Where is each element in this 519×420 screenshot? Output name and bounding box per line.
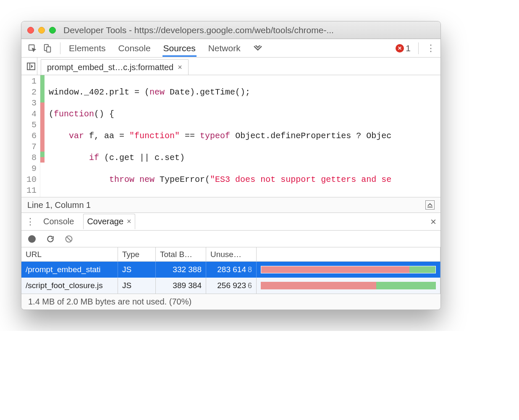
devtools-window: Developer Tools - https://developers.goo… [21,21,441,310]
settings-menu-icon[interactable]: ⋮ [426,43,435,54]
file-tab-label: prompt_embed_st…c.js:formatted [47,63,173,72]
coverage-usage-bar [257,262,440,278]
error-count-badge[interactable]: 1 [396,43,411,53]
close-drawer-tab-icon[interactable]: × [127,217,131,226]
tab-sources[interactable]: Sources [163,40,197,57]
separator [418,42,419,54]
coverage-table-body: /prompt_embed_statiJS332 388283 6148/scr… [21,262,440,294]
coverage-table-header: URL Type Total B… Unuse… [21,247,440,262]
header-total-bytes[interactable]: Total B… [156,247,206,261]
header-url[interactable]: URL [21,247,118,261]
svg-rect-2 [47,47,50,52]
error-icon [396,44,404,52]
coverage-total-bytes: 389 384 [156,278,206,294]
header-visualization [257,247,440,261]
code-editor[interactable]: 1 2 3 4 5 6 7 8 9 10 11 window._402.prlt… [21,75,440,197]
reload-icon[interactable] [46,234,55,244]
sources-file-tabs: prompt_embed_st…c.js:formatted × [21,58,440,75]
window-title: Developer Tools - https://developers.goo… [63,25,334,35]
line-gutter: 1 2 3 4 5 6 7 8 9 10 11 [21,75,40,197]
coverage-total-bytes: 332 388 [156,262,206,278]
error-count: 1 [406,43,411,53]
titlebar: Developer Tools - https://developers.goo… [21,21,440,39]
device-toolbar-icon[interactable] [42,43,52,53]
coverage-url: /script_foot_closure.js [21,278,118,294]
separator [60,42,60,54]
coverage-gutter [40,75,45,197]
drawer-tab-console[interactable]: Console [40,214,77,229]
coverage-toolbar [21,231,440,247]
coverage-type: JS [118,278,156,294]
coverage-row[interactable]: /prompt_embed_statiJS332 388283 6148 [21,262,440,278]
cursor-position: Line 1, Column 1 [27,200,91,210]
coverage-unused-bytes: 283 6148 [206,262,257,278]
coverage-type: JS [118,262,156,278]
close-window-button[interactable] [27,27,34,34]
coverage-summary: 1.4 MB of 2.0 MB bytes are not used. (70… [21,294,440,310]
maximize-window-button[interactable] [49,27,56,34]
header-type[interactable]: Type [118,247,156,261]
minimize-window-button[interactable] [38,27,45,34]
record-icon[interactable] [27,234,37,244]
close-tab-icon[interactable]: × [178,63,182,72]
tab-console[interactable]: Console [118,40,152,57]
tab-network[interactable]: Network [207,40,241,57]
drawer-tab-coverage[interactable]: Coverage × [83,214,135,229]
coverage-row[interactable]: /script_foot_closure.jsJS389 384256 9236 [21,278,440,294]
header-unused-bytes[interactable]: Unuse… [206,247,257,261]
coverage-usage-bar [257,278,440,294]
drawer-tabs: ⋮ Console Coverage × × [21,213,440,231]
tab-overflow-icon[interactable] [252,42,263,55]
traffic-lights [27,27,56,34]
panel-tabs: Elements Console Sources Network [68,40,263,57]
clear-icon[interactable] [64,234,73,244]
file-tab[interactable]: prompt_embed_st…c.js:formatted × [41,59,189,75]
inspect-element-icon[interactable] [27,43,37,53]
main-toolbar: Elements Console Sources Network 1 ⋮ [21,39,440,58]
drawer-menu-icon[interactable]: ⋮ [26,216,34,227]
close-drawer-icon[interactable]: × [430,216,436,228]
coverage-url: /prompt_embed_stati [21,262,118,278]
expand-panel-icon[interactable] [425,200,435,210]
coverage-unused-bytes: 256 9236 [206,278,257,294]
editor-status-bar: Line 1, Column 1 [21,197,440,213]
code-content[interactable]: window._402.prlt = (new Date).getTime();… [45,75,391,197]
tab-elements[interactable]: Elements [68,40,107,57]
navigator-toggle-icon[interactable] [25,58,37,75]
